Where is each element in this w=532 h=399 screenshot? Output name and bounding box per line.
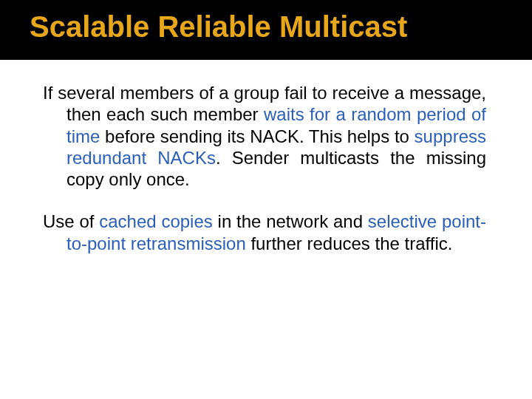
p2-text-3: further reduces the traffic. [246,233,453,253]
title-band: Scalable Reliable Multicast [0,0,532,60]
p2-text-2: in the network and [213,211,368,231]
paragraph-1: If several members of a group fail to re… [43,82,486,190]
p1-text-2: before sending its NACK. This helps to [100,126,414,146]
slide: Scalable Reliable Multicast If several m… [0,0,532,399]
slide-body: If several members of a group fail to re… [0,60,532,254]
paragraph-2: Use of cached copies in the network and … [43,211,486,254]
p2-text-1: Use of [43,211,99,231]
p2-highlight-1: cached copies [99,211,213,231]
slide-title: Scalable Reliable Multicast [30,10,532,44]
